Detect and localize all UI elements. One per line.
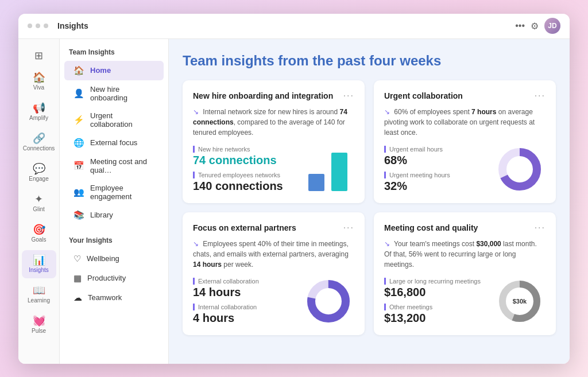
wellbeing-icon: ♡: [74, 254, 81, 264]
connections-icon: 🔗: [33, 133, 45, 143]
sidebar-item-new-hire[interactable]: 👤 New hire onboarding: [64, 80, 164, 107]
card-title: New hire onboarding and integration: [193, 91, 333, 100]
icon-bar: ⊞ 🏠 Viva 📢 Amplify 🔗 Connections 💬 Engag…: [18, 39, 60, 364]
sidebar-item-wellbeing[interactable]: ♡ Wellbeing: [64, 249, 164, 269]
donut-chart: [303, 278, 354, 325]
card-menu-icon[interactable]: ···: [535, 223, 546, 233]
metric-column: Urgent email hours 68% Urgent meeting ho…: [384, 146, 485, 193]
metric-label: Large or long recurring meetings: [384, 278, 485, 285]
employee-icon: 👥: [74, 187, 84, 197]
metric-label: Tenured employees networks: [193, 172, 293, 178]
card-metrics: Large or long recurring meetings $16,800…: [384, 278, 546, 325]
library-icon: 📚: [74, 210, 84, 220]
sidebar-item-external[interactable]: 🌐 External focus: [64, 133, 164, 153]
metric-column: External collaboration 14 hours Internal…: [193, 278, 293, 325]
cards-grid: New hire onboarding and integration ··· …: [183, 80, 556, 335]
engage-label: Engage: [29, 176, 48, 182]
sidebar-item-productivity[interactable]: ▦ Productivity: [64, 269, 164, 288]
window-dot: [28, 24, 32, 28]
card-summary: ↘ Your team's meetings cost $30,000 last…: [384, 239, 546, 270]
metric-tenured: Tenured employees networks 140 connectio…: [193, 172, 293, 193]
metric-value: 68%: [384, 154, 485, 167]
donut-svg: [497, 146, 543, 192]
metric-value: $16,800: [384, 286, 485, 299]
icon-bar-viva[interactable]: 🏠 Viva: [22, 68, 56, 96]
icon-bar-amplify[interactable]: 📢 Amplify: [22, 98, 56, 126]
trend-icon: ↘: [193, 108, 199, 116]
svg-point-7: [316, 289, 341, 314]
viva-icon: 🏠: [33, 72, 45, 83]
icon-bar-pulse[interactable]: 💓 Pulse: [22, 311, 56, 339]
metric-value: 4 hours: [193, 312, 293, 325]
title-bar: Insights ••• ⚙ JD: [18, 14, 570, 39]
new-hire-icon: 👤: [74, 88, 84, 99]
metric-new-hire: New hire networks 74 connections: [193, 146, 293, 167]
metric-email: Urgent email hours 68%: [384, 146, 485, 167]
settings-icon[interactable]: ⚙: [531, 21, 539, 32]
insights-icon: 📊: [33, 255, 45, 265]
urgent-icon: ⚡: [74, 115, 84, 125]
trend-icon: ↘: [384, 240, 390, 248]
sidebar-employee-label: Employee engagement: [90, 184, 154, 201]
metric-value: 32%: [384, 180, 485, 193]
sidebar-external-label: External focus: [90, 138, 137, 147]
metric-other: Other meetings $13,200: [384, 304, 485, 325]
home-icon: 🏠: [74, 65, 84, 76]
icon-bar-connections[interactable]: 🔗 Connections: [22, 129, 56, 157]
sidebar-item-teamwork[interactable]: ☁ Teamwork: [64, 288, 164, 308]
urgent-collab-card: Urgent collaboration ··· ↘ 60% of employ…: [374, 80, 556, 203]
page-heading: Team insights from the past four weeks: [183, 53, 556, 69]
sidebar-item-meeting[interactable]: 📅 Meeting cost and qual…: [64, 153, 164, 179]
card-summary: ↘ Internal network size for new hires is…: [193, 107, 354, 138]
window-dot: [36, 24, 40, 28]
card-title: Urgent collaboration: [384, 91, 463, 100]
glint-label: Glint: [33, 206, 45, 213]
donut-svg: [305, 278, 351, 324]
card-menu-icon[interactable]: ···: [535, 91, 546, 101]
metric-label: External collaboration: [193, 278, 293, 285]
more-icon[interactable]: •••: [515, 21, 525, 31]
title-bar-actions: ••• ⚙ JD: [515, 18, 560, 34]
icon-bar-engage[interactable]: 💬 Engage: [22, 159, 56, 187]
main-content: Team insights from the past four weeks N…: [169, 39, 570, 364]
metric-external: External collaboration 14 hours: [193, 278, 293, 299]
team-insights-title: Team Insights: [60, 48, 168, 61]
icon-bar-insights[interactable]: 📊 Insights: [22, 250, 56, 278]
donut-chart: [494, 146, 546, 193]
app-window: Insights ••• ⚙ JD ⊞ 🏠 Viva 📢 Amplify: [18, 14, 570, 364]
sidebar-item-library[interactable]: 📚 Library: [64, 205, 164, 225]
metric-column: Large or long recurring meetings $16,800…: [384, 278, 485, 325]
metric-value: 14 hours: [193, 286, 293, 299]
card-summary: ↘ 60% of employees spent 7 hours on aver…: [384, 107, 546, 138]
external-icon: 🌐: [74, 138, 84, 148]
metric-internal: Internal collaboration 4 hours: [193, 304, 293, 325]
metric-label: Urgent meeting hours: [384, 172, 485, 178]
svg-rect-1: [331, 153, 347, 191]
window-controls: [28, 24, 48, 28]
sidebar-item-urgent[interactable]: ⚡ Urgent collaboration: [64, 107, 164, 133]
donut-chart: $30k: [494, 278, 546, 325]
metric-label: Internal collaboration: [193, 304, 293, 310]
icon-bar-apps[interactable]: ⊞: [22, 46, 56, 65]
sidebar-meeting-label: Meeting cost and qual…: [90, 157, 154, 174]
card-menu-icon[interactable]: ···: [343, 91, 354, 101]
sidebar-item-employee[interactable]: 👥 Employee engagement: [64, 179, 164, 205]
card-menu-icon[interactable]: ···: [343, 223, 354, 233]
learning-icon: 📖: [33, 285, 45, 296]
main-layout: ⊞ 🏠 Viva 📢 Amplify 🔗 Connections 💬 Engag…: [18, 39, 570, 364]
sidebar-item-home[interactable]: 🏠 Home: [64, 61, 164, 80]
sidebar-productivity-label: Productivity: [87, 274, 126, 282]
card-header: Urgent collaboration ···: [384, 91, 546, 101]
avatar[interactable]: JD: [544, 18, 560, 34]
new-hire-card: New hire onboarding and integration ··· …: [183, 80, 365, 203]
icon-bar-glint[interactable]: ✦ Glint: [22, 189, 56, 217]
icon-bar-learning[interactable]: 📖 Learning: [22, 281, 56, 309]
connections-label: Connections: [23, 145, 55, 152]
productivity-icon: ▦: [74, 273, 82, 283]
metric-label: New hire networks: [193, 146, 293, 153]
teamwork-icon: ☁: [74, 293, 82, 303]
window-dot: [44, 24, 48, 28]
card-metrics: New hire networks 74 connections Tenured…: [193, 146, 354, 193]
metric-column: New hire networks 74 connections Tenured…: [193, 146, 293, 193]
icon-bar-goals[interactable]: 🎯 Goals: [22, 220, 56, 248]
